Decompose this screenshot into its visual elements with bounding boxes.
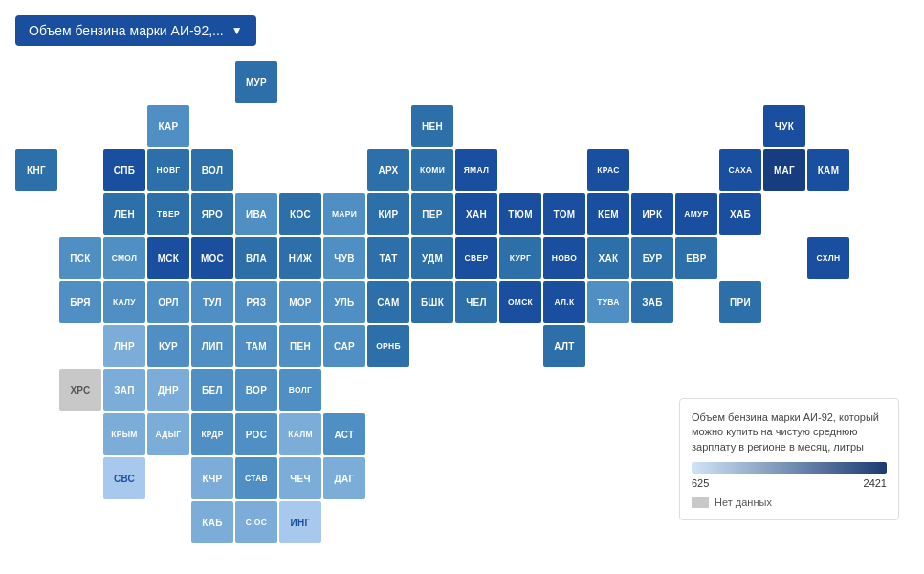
tile-кир[interactable]: КИР xyxy=(367,193,409,235)
tile-пер[interactable]: ПЕР xyxy=(411,193,453,235)
tile-хак[interactable]: ХАК xyxy=(587,237,629,279)
tile-зап[interactable]: ЗАП xyxy=(103,369,145,411)
tile-нен[interactable]: НЕН xyxy=(411,105,453,147)
tile-ирк[interactable]: ИРК xyxy=(631,193,673,235)
tile-свс[interactable]: СВС xyxy=(103,457,145,499)
tile-кар[interactable]: КАР xyxy=(147,105,189,147)
tile-инг[interactable]: ИНГ xyxy=(279,501,321,543)
legend: Объем бензина марки АИ-92, который можно… xyxy=(679,398,899,520)
tile-свер[interactable]: СВЕР xyxy=(455,237,497,279)
tile-волг[interactable]: ВОЛГ xyxy=(279,369,321,411)
tile-спб[interactable]: СПБ xyxy=(103,149,145,191)
tile-новг[interactable]: НОВГ xyxy=(147,149,189,191)
tile-сар[interactable]: САР xyxy=(323,325,365,367)
tile-рос[interactable]: РОС xyxy=(235,413,277,455)
legend-nodata-box xyxy=(692,497,709,508)
tile-сам[interactable]: САМ xyxy=(367,281,409,323)
tile-орнб[interactable]: ОРНБ xyxy=(367,325,409,367)
dropdown-header[interactable]: Объем бензина марки АИ-92,... ▼ xyxy=(15,15,256,46)
tile-бел[interactable]: БЕЛ xyxy=(191,369,233,411)
tile-твер[interactable]: ТВЕР xyxy=(147,193,189,235)
legend-gradient xyxy=(692,462,887,474)
tile-чук[interactable]: ЧУК xyxy=(763,105,805,147)
tile-днр[interactable]: ДНР xyxy=(147,369,189,411)
tile-калм[interactable]: КАЛМ xyxy=(279,413,321,455)
tile-уль[interactable]: УЛЬ xyxy=(323,281,365,323)
tile-кчр[interactable]: КЧР xyxy=(191,457,233,499)
tile-вол[interactable]: ВОЛ xyxy=(191,149,233,191)
tile-кнг[interactable]: КНГ xyxy=(15,149,57,191)
tile-удм[interactable]: УДМ xyxy=(411,237,453,279)
tile-смол[interactable]: СМОЛ xyxy=(103,237,145,279)
legend-max: 2421 xyxy=(864,477,887,489)
tile-пск[interactable]: ПСК xyxy=(59,237,101,279)
tile-орл[interactable]: ОРЛ xyxy=(147,281,189,323)
tile-коми[interactable]: КОМИ xyxy=(411,149,453,191)
tile-адыг[interactable]: АДЫГ xyxy=(147,413,189,455)
tile-чеч[interactable]: ЧЕЧ xyxy=(279,457,321,499)
tile-крдр[interactable]: КРДР xyxy=(191,413,233,455)
tile-там[interactable]: ТАМ xyxy=(235,325,277,367)
tile-ал.к[interactable]: АЛ.К xyxy=(543,281,585,323)
tile-схлн[interactable]: СХЛН xyxy=(807,237,849,279)
tile-тува[interactable]: ТУВА xyxy=(587,281,629,323)
tile-мари[interactable]: МАРИ xyxy=(323,193,365,235)
tile-вор[interactable]: ВОР xyxy=(235,369,277,411)
tile-даг[interactable]: ДАГ xyxy=(323,457,365,499)
tile-заб[interactable]: ЗАБ xyxy=(631,281,673,323)
tile-тул[interactable]: ТУЛ xyxy=(191,281,233,323)
tile-бря[interactable]: БРЯ xyxy=(59,281,101,323)
tile-тат[interactable]: ТАТ xyxy=(367,237,409,279)
tile-ниж[interactable]: НИЖ xyxy=(279,237,321,279)
tile-саха[interactable]: САХА xyxy=(719,149,761,191)
tile-ива[interactable]: ИВА xyxy=(235,193,277,235)
dropdown-label: Объем бензина марки АИ-92,... xyxy=(29,23,224,38)
tile-с.ос[interactable]: С.ОС xyxy=(235,501,277,543)
tile-кург[interactable]: КУРГ xyxy=(499,237,541,279)
tile-бшк[interactable]: БШК xyxy=(411,281,453,323)
tile-хрс[interactable]: ХРС xyxy=(59,369,101,411)
tile-яро[interactable]: ЯРО xyxy=(191,193,233,235)
tile-аст[interactable]: АСТ xyxy=(323,413,365,455)
tile-мос[interactable]: МОС xyxy=(191,237,233,279)
tile-став[interactable]: СТАВ xyxy=(235,457,277,499)
tile-каб[interactable]: КАБ xyxy=(191,501,233,543)
tile-мск[interactable]: МСК xyxy=(147,237,189,279)
tile-ново[interactable]: НОВО xyxy=(543,237,585,279)
legend-min: 625 xyxy=(692,477,709,489)
tile-крым[interactable]: КРЫМ xyxy=(103,413,145,455)
tile-арх[interactable]: АРХ xyxy=(367,149,409,191)
tile-бур[interactable]: БУР xyxy=(631,237,673,279)
tile-чув[interactable]: ЧУВ xyxy=(323,237,365,279)
tile-лнр[interactable]: ЛНР xyxy=(103,325,145,367)
tile-вла[interactable]: ВЛА xyxy=(235,237,277,279)
tile-мор[interactable]: МОР xyxy=(279,281,321,323)
tile-кур[interactable]: КУР xyxy=(147,325,189,367)
tile-хан[interactable]: ХАН xyxy=(455,193,497,235)
tile-кос[interactable]: КОС xyxy=(279,193,321,235)
tile-лип[interactable]: ЛИП xyxy=(191,325,233,367)
tile-лен[interactable]: ЛЕН xyxy=(103,193,145,235)
page-container: Объем бензина марки АИ-92,... ▼ МУРКАРНЕ… xyxy=(0,0,924,574)
tile-чел[interactable]: ЧЕЛ xyxy=(455,281,497,323)
tile-калу[interactable]: КАЛУ xyxy=(103,281,145,323)
tile-кем[interactable]: КЕМ xyxy=(587,193,629,235)
tile-пен[interactable]: ПЕН xyxy=(279,325,321,367)
tile-крас[interactable]: КРАС xyxy=(587,149,629,191)
tile-ямал[interactable]: ЯМАЛ xyxy=(455,149,497,191)
tile-мур[interactable]: МУР xyxy=(235,61,277,103)
tile-кам[interactable]: КАМ xyxy=(807,149,849,191)
tile-хаб[interactable]: ХАБ xyxy=(719,193,761,235)
tile-ряз[interactable]: РЯЗ xyxy=(235,281,277,323)
dropdown-arrow-icon: ▼ xyxy=(231,24,243,37)
tile-том[interactable]: ТОМ xyxy=(543,193,585,235)
tile-омск[interactable]: ОМСК xyxy=(499,281,541,323)
tile-алт[interactable]: АЛТ xyxy=(543,325,585,367)
tile-маг[interactable]: МАГ xyxy=(763,149,805,191)
legend-labels: 625 2421 xyxy=(692,477,887,489)
legend-nodata: Нет данных xyxy=(692,497,887,508)
tile-евр[interactable]: ЕВР xyxy=(675,237,717,279)
tile-при[interactable]: ПРИ xyxy=(719,281,761,323)
tile-амур[interactable]: АМУР xyxy=(675,193,717,235)
tile-тюм[interactable]: ТЮМ xyxy=(499,193,541,235)
